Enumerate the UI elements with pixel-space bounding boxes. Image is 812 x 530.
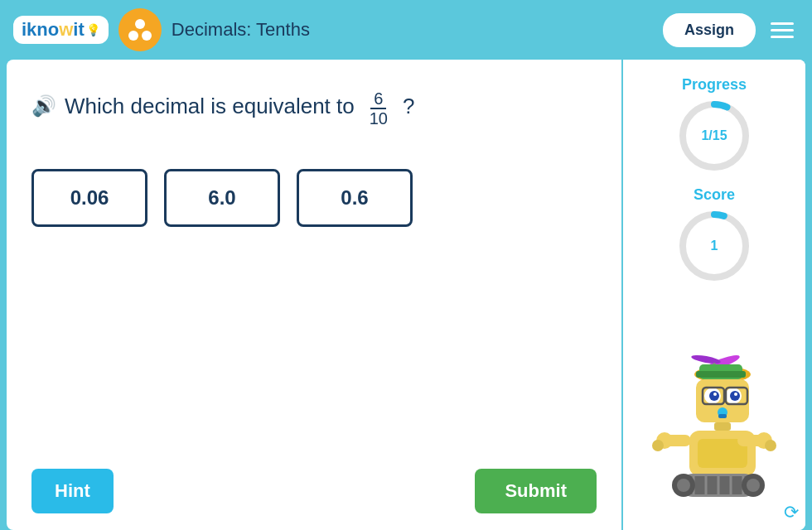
svg-point-30 (652, 440, 664, 451)
fraction-numerator: 6 (370, 89, 386, 109)
logo-bulb-icon: 💡 (86, 23, 100, 36)
svg-point-1 (128, 31, 138, 41)
score-section: Score 1 (631, 186, 797, 283)
svg-point-33 (765, 440, 776, 451)
svg-rect-25 (714, 422, 731, 431)
sidebar: Progress 1/15 Score 1 (623, 60, 805, 530)
bottom-buttons: Hint Submit (31, 469, 597, 513)
lesson-title: Decimals: Tenths (172, 19, 653, 41)
hamburger-line-2 (771, 29, 794, 31)
question-prefix: Which decimal is equivalent to (65, 94, 355, 119)
hamburger-menu-button[interactable] (766, 17, 799, 43)
robot-mascot (648, 348, 781, 513)
header: iknowit 💡 Decimals: Tenths Assign (0, 0, 812, 60)
svg-point-44 (747, 479, 760, 492)
lesson-icon (118, 8, 162, 51)
svg-point-18 (713, 393, 717, 396)
svg-point-8 (691, 354, 722, 365)
choices-container: 0.06 6.0 0.6 (31, 169, 597, 227)
choice-button-2[interactable]: 6.0 (164, 169, 280, 227)
svg-rect-12 (696, 371, 746, 378)
assign-button[interactable]: Assign (663, 13, 756, 47)
refresh-icon[interactable]: ⟳ (784, 502, 799, 523)
logo-text: iknowit (22, 21, 85, 39)
question-suffix: ? (403, 94, 414, 119)
choice-button-3[interactable]: 0.6 (297, 169, 413, 227)
svg-point-0 (135, 19, 145, 29)
score-label: Score (631, 186, 797, 204)
progress-value: 1/15 (701, 128, 727, 143)
progress-section: Progress 1/15 (631, 76, 797, 173)
hamburger-line-3 (771, 36, 794, 38)
score-value: 1 (711, 238, 718, 253)
svg-point-16 (709, 391, 719, 401)
progress-label: Progress (631, 76, 797, 94)
choice-button-1[interactable]: 0.06 (31, 169, 147, 227)
fraction: 6 10 (363, 84, 394, 128)
logo: iknowit 💡 (13, 16, 109, 44)
score-circle: 1 (677, 209, 752, 283)
submit-button[interactable]: Submit (475, 469, 597, 513)
svg-point-17 (730, 391, 740, 401)
svg-point-42 (677, 479, 690, 492)
mascot-area (648, 292, 781, 522)
speaker-icon[interactable]: 🔊 (31, 94, 56, 118)
question-area: 🔊 Which decimal is equivalent to 6 10 ? … (7, 60, 623, 530)
question-text: 🔊 Which decimal is equivalent to 6 10 ? (31, 84, 597, 128)
hamburger-line-1 (771, 22, 794, 25)
progress-circle: 1/15 (677, 99, 752, 173)
main-area: 🔊 Which decimal is equivalent to 6 10 ? … (7, 60, 805, 530)
svg-rect-24 (718, 414, 727, 418)
fraction-denominator: 10 (366, 109, 391, 128)
svg-point-19 (734, 393, 737, 396)
svg-point-2 (142, 31, 152, 41)
hint-button[interactable]: Hint (31, 469, 114, 513)
